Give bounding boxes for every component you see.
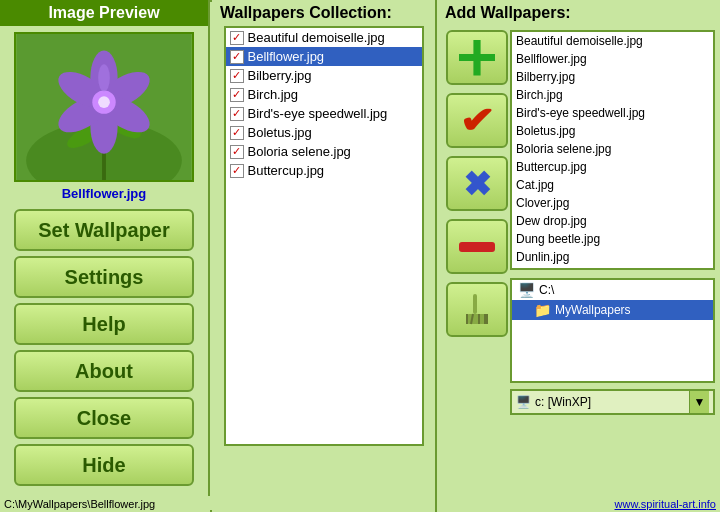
- close-button[interactable]: Close: [14, 397, 194, 439]
- flower-image: [16, 34, 192, 180]
- file-list: Beautiful demoiselle.jpgBellflower.jpgBi…: [512, 32, 713, 266]
- collection-item[interactable]: Beautiful demoiselle.jpg: [226, 28, 422, 47]
- list-checkbox[interactable]: [230, 107, 244, 121]
- list-item-label: Bilberry.jpg: [248, 68, 312, 83]
- remove-button[interactable]: ✖: [446, 156, 508, 211]
- file-item[interactable]: Dunlin.jpg: [512, 248, 713, 266]
- file-list-container: Beautiful demoiselle.jpgBellflower.jpgBi…: [510, 30, 715, 270]
- list-checkbox[interactable]: [230, 50, 244, 64]
- collection-item[interactable]: Boletus.jpg: [226, 123, 422, 142]
- list-checkbox[interactable]: [230, 31, 244, 45]
- set-wallpaper-button[interactable]: Set Wallpaper: [14, 209, 194, 251]
- folder-item[interactable]: 🖥️C:\: [512, 280, 713, 300]
- folder-label: MyWallpapers: [555, 303, 631, 317]
- file-item[interactable]: Beautiful demoiselle.jpg: [512, 32, 713, 50]
- collection-item[interactable]: Buttercup.jpg: [226, 161, 422, 180]
- help-button[interactable]: Help: [14, 303, 194, 345]
- list-checkbox[interactable]: [230, 69, 244, 83]
- settings-button[interactable]: Settings: [14, 256, 194, 298]
- list-checkbox[interactable]: [230, 126, 244, 140]
- minus-icon: [459, 242, 495, 252]
- x-icon: ✖: [463, 164, 491, 204]
- file-item[interactable]: Dung beetle.jpg: [512, 230, 713, 248]
- folder-icon: 🖥️: [518, 282, 535, 298]
- image-preview-box: [14, 32, 194, 182]
- check-icon: ✔: [459, 100, 495, 142]
- list-item-label: Boletus.jpg: [248, 125, 312, 140]
- list-item-label: Birch.jpg: [248, 87, 299, 102]
- status-bar: C:\MyWallpapers\Bellflower.jpg: [0, 496, 210, 512]
- list-item-label: Beautiful demoiselle.jpg: [248, 30, 385, 45]
- collection-item[interactable]: Boloria selene.jpg: [226, 142, 422, 161]
- collection-item[interactable]: Bird's-eye speedwell.jpg: [226, 104, 422, 123]
- collection-list: Beautiful demoiselle.jpgBellflower.jpgBi…: [224, 26, 424, 446]
- drive-label: c: [WinXP]: [535, 395, 591, 409]
- folder-item[interactable]: 📁MyWallpapers: [512, 300, 713, 320]
- file-item[interactable]: Boletus.jpg: [512, 122, 713, 140]
- about-button[interactable]: About: [14, 350, 194, 392]
- folder-label: C:\: [539, 283, 554, 297]
- minus-button[interactable]: [446, 219, 508, 274]
- list-item-label: Bellflower.jpg: [248, 49, 325, 64]
- file-item[interactable]: Dew drop.jpg: [512, 212, 713, 230]
- list-checkbox[interactable]: [230, 145, 244, 159]
- hide-button[interactable]: Hide: [14, 444, 194, 486]
- collection-item[interactable]: Birch.jpg: [226, 85, 422, 104]
- svg-rect-14: [473, 294, 477, 314]
- broom-button[interactable]: [446, 282, 508, 337]
- list-item-label: Bird's-eye speedwell.jpg: [248, 106, 388, 121]
- plus-icon: [459, 40, 495, 76]
- collection-item[interactable]: Bellflower.jpg: [226, 47, 422, 66]
- folder-tree[interactable]: 🖥️C:\📁MyWallpapers: [510, 278, 715, 383]
- file-item[interactable]: Bellflower.jpg: [512, 50, 713, 68]
- image-name: Bellflower.jpg: [62, 186, 147, 201]
- website-link[interactable]: www.spiritual-art.info: [615, 498, 716, 510]
- add-wallpapers-title: Add Wallpapers:: [437, 0, 720, 26]
- action-buttons: ✔ ✖: [437, 30, 517, 337]
- add-button[interactable]: [446, 30, 508, 85]
- drive-icon: 🖥️: [516, 395, 531, 409]
- list-item-label: Boloria selene.jpg: [248, 144, 351, 159]
- file-item[interactable]: Birch.jpg: [512, 86, 713, 104]
- file-item[interactable]: Buttercup.jpg: [512, 158, 713, 176]
- svg-point-12: [98, 96, 110, 108]
- bottom-status: www.spiritual-art.info: [437, 498, 720, 510]
- list-item-label: Buttercup.jpg: [248, 163, 325, 178]
- broom-icon: [459, 292, 495, 328]
- drive-dropdown[interactable]: 🖥️ c: [WinXP] ▼: [510, 389, 715, 415]
- file-item[interactable]: Clover.jpg: [512, 194, 713, 212]
- image-preview-title: Image Preview: [0, 0, 208, 26]
- list-checkbox[interactable]: [230, 164, 244, 178]
- file-item[interactable]: Bilberry.jpg: [512, 68, 713, 86]
- collection-item[interactable]: Bilberry.jpg: [226, 66, 422, 85]
- confirm-button[interactable]: ✔: [446, 93, 508, 148]
- left-panel: Image Preview Bellflower.jpg Set Wallpap: [0, 0, 210, 512]
- wallpapers-collection-title: Wallpapers Collection:: [212, 0, 435, 26]
- folder-icon: 📁: [534, 302, 551, 318]
- file-item[interactable]: Cat.jpg: [512, 176, 713, 194]
- list-checkbox[interactable]: [230, 88, 244, 102]
- svg-point-13: [98, 64, 110, 91]
- file-item[interactable]: Boloria selene.jpg: [512, 140, 713, 158]
- file-item[interactable]: Bird's-eye speedwell.jpg: [512, 104, 713, 122]
- dropdown-arrow[interactable]: ▼: [689, 391, 709, 413]
- middle-panel: Wallpapers Collection: Beautiful demoise…: [212, 0, 437, 512]
